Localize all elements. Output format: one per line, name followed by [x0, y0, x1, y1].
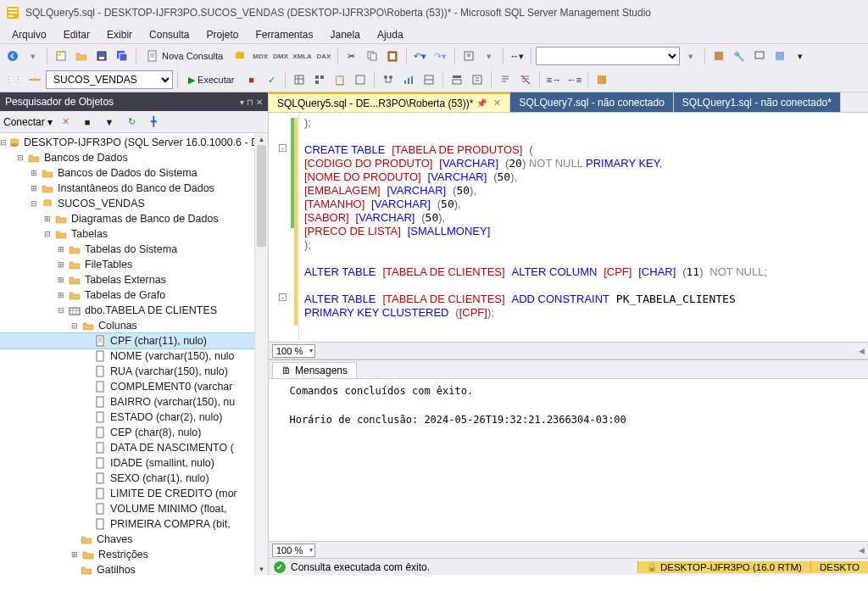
- dmx-button[interactable]: DMX: [271, 47, 290, 65]
- pin-icon[interactable]: ▾ ⊓ ✕: [240, 98, 263, 107]
- stop-oe-button[interactable]: ■: [78, 113, 97, 131]
- tree-gatilhos[interactable]: Gatilhosˇ: [0, 562, 268, 575]
- menu-janela[interactable]: Janela: [322, 27, 369, 42]
- tree-col-sexo[interactable]: SEXO (char(1), nulo): [0, 471, 268, 486]
- menu-ferramentas[interactable]: Ferramentas: [247, 27, 321, 42]
- tab-sqlquery5[interactable]: SQLQuery5.sql - DE...R3PO\Roberta (53))*…: [269, 92, 510, 112]
- filter-button[interactable]: ▼: [100, 113, 119, 131]
- tree-tab-externas[interactable]: Tabelas Externas: [85, 272, 166, 287]
- messages-body[interactable]: Comandos concluídos com êxito. Horário d…: [269, 379, 868, 541]
- redo-button[interactable]: ↷▾: [431, 47, 450, 65]
- save-all-button[interactable]: [113, 47, 131, 65]
- tree-col-complemento[interactable]: COMPLEMENT0 (varchar: [0, 379, 268, 394]
- mdx-button[interactable]: MDX: [251, 47, 270, 65]
- new-project-button[interactable]: [52, 47, 70, 65]
- tree-col-idade[interactable]: IDADE (smallint, nulo): [0, 455, 268, 471]
- menu-consulta[interactable]: Consulta: [141, 27, 198, 42]
- database-combo[interactable]: SUCOS_VENDAS: [46, 70, 173, 89]
- dax-button[interactable]: DAX: [314, 47, 333, 65]
- code-area[interactable]: ); CREATE TABLE [TABELA DE PRODUTOS] ( […: [299, 113, 868, 342]
- tree-col-nascimento[interactable]: DATA DE NASCIMENTO (: [0, 440, 268, 455]
- pin-icon[interactable]: 📌: [476, 98, 487, 108]
- dropdown-2[interactable]: ↔▾: [508, 47, 526, 65]
- tool-button-3[interactable]: [771, 47, 789, 65]
- close-icon[interactable]: ✕: [493, 98, 501, 109]
- open-button[interactable]: [72, 47, 91, 65]
- disconnect-button[interactable]: ✕: [56, 113, 75, 131]
- estimated-plan-button[interactable]: [290, 70, 309, 89]
- tree-sys-db[interactable]: Bancos de Dados do Sistema: [58, 165, 198, 181]
- menu-exibir[interactable]: Exibir: [98, 27, 141, 42]
- tree-tab-grafo[interactable]: Tabelas de Grafo: [85, 287, 165, 303]
- tree-col-cpf[interactable]: CPF (char(11), nulo): [0, 333, 268, 348]
- tree-col-limite[interactable]: LIMITE DE CREDITO (mor: [0, 486, 268, 501]
- intellisense-button[interactable]: 📋: [331, 70, 349, 89]
- find-button[interactable]: [459, 47, 478, 65]
- results-grid-button[interactable]: [420, 70, 438, 89]
- query-options-button[interactable]: [310, 70, 329, 89]
- tree-col-cep[interactable]: CEP (char(8), nulo): [0, 425, 268, 440]
- properties-button[interactable]: [709, 47, 728, 65]
- tree-col-nome[interactable]: NOME (varchar(150), nulo: [0, 348, 268, 364]
- object-tree[interactable]: ⊟DESKTOP-IJFR3PO (SQL Server 16.0.1000.6…: [0, 133, 268, 575]
- paste-button[interactable]: [383, 47, 402, 65]
- tree-col-estado[interactable]: ESTADO (char(2), nulo): [0, 410, 268, 425]
- tree-col-primeira[interactable]: PRIMEIRA COMPRA (bit,: [0, 516, 268, 532]
- parse-button[interactable]: ✓: [262, 70, 281, 89]
- tree-tabelas[interactable]: Tabelas: [71, 226, 108, 242]
- cut-button[interactable]: ✂: [342, 47, 361, 65]
- comment-button[interactable]: [496, 70, 515, 89]
- tab-sqlquery7[interactable]: SQLQuery7.sql - não conectado: [510, 92, 673, 112]
- tree-col-volume[interactable]: VOLUME MINIMO (float,: [0, 501, 268, 516]
- nav-fwd-button[interactable]: ▾: [24, 47, 42, 65]
- change-connection-button[interactable]: [25, 70, 44, 89]
- sql-editor[interactable]: - - ); CREATE TABLE [TABELA DE PRODUTOS]…: [269, 113, 868, 342]
- nova-consulta-button[interactable]: Nova Consulta: [141, 47, 229, 65]
- results-file-button[interactable]: [468, 70, 487, 89]
- connect-button[interactable]: Conectar ▾: [3, 116, 53, 128]
- tab-mensagens[interactable]: 🗎Mensagens: [272, 362, 357, 378]
- tree-tabela-clientes[interactable]: dbo.TABELA DE CLIENTES: [85, 303, 217, 318]
- uncomment-button[interactable]: [516, 70, 535, 89]
- object-explorer-scrollbar[interactable]: ▲ ▼: [254, 133, 268, 575]
- menu-editar[interactable]: Editar: [55, 27, 98, 42]
- tab-sqlquery1[interactable]: SQLQuery1.sql - não conectado*: [674, 92, 841, 112]
- executar-button[interactable]: ▶ Executar: [182, 70, 240, 89]
- solution-config-combo[interactable]: [536, 47, 680, 65]
- tree-col-bairro[interactable]: BAIRRO (varchar(150), nu: [0, 394, 268, 410]
- tool-button-2[interactable]: [750, 47, 769, 65]
- specify-values-button[interactable]: [593, 70, 611, 89]
- tool-button-1[interactable]: 🔧: [730, 47, 748, 65]
- oe-plus-button[interactable]: ╋: [144, 113, 163, 131]
- tree-chaves[interactable]: Chaves: [0, 532, 268, 547]
- indent-button[interactable]: ≡→: [544, 70, 563, 89]
- save-button[interactable]: [92, 47, 111, 65]
- menu-ajuda[interactable]: Ajuda: [369, 27, 412, 42]
- tree-col-rua[interactable]: RUA (varchar(150), nulo): [0, 364, 268, 379]
- dropdown-3[interactable]: ▾: [682, 47, 700, 65]
- dropdown-4[interactable]: ▾: [791, 47, 810, 65]
- copy-button[interactable]: [363, 47, 381, 65]
- tree-server[interactable]: DESKTOP-IJFR3PO (SQL Server 16.0.1000.6 …: [24, 135, 268, 150]
- menu-arquivo[interactable]: Arquivo: [3, 27, 55, 42]
- tree-bancos[interactable]: Bancos de Dados: [44, 150, 128, 165]
- undo-button[interactable]: ↶▾: [411, 47, 430, 65]
- actual-plan-button[interactable]: [351, 70, 370, 89]
- tree-restricoes[interactable]: ⊞Restrições: [0, 547, 268, 562]
- tree-snapshots[interactable]: Instantâneos do Banco de Dados: [58, 181, 214, 196]
- stop-button[interactable]: ■: [242, 70, 260, 89]
- tree-diagramas[interactable]: Diagramas de Banco de Dados: [71, 211, 219, 226]
- results-text-button[interactable]: [448, 70, 466, 89]
- tree-db-sucos[interactable]: SUCOS_VENDAS: [58, 196, 145, 211]
- tree-filetables[interactable]: FileTables: [85, 257, 132, 272]
- client-stats-button[interactable]: [399, 70, 418, 89]
- editor-zoom-combo[interactable]: 100 %: [272, 344, 315, 358]
- xmla-button[interactable]: XMLA: [292, 47, 313, 65]
- tree-tab-sistema[interactable]: Tabelas do Sistema: [85, 242, 177, 257]
- dropdown-1[interactable]: ▾: [480, 47, 498, 65]
- tree-colunas[interactable]: Colunas: [98, 318, 137, 333]
- db-engine-query-button[interactable]: [231, 47, 249, 65]
- live-stats-button[interactable]: [379, 70, 398, 89]
- menu-projeto[interactable]: Projeto: [198, 27, 247, 42]
- messages-zoom-combo[interactable]: 100 %: [272, 544, 315, 557]
